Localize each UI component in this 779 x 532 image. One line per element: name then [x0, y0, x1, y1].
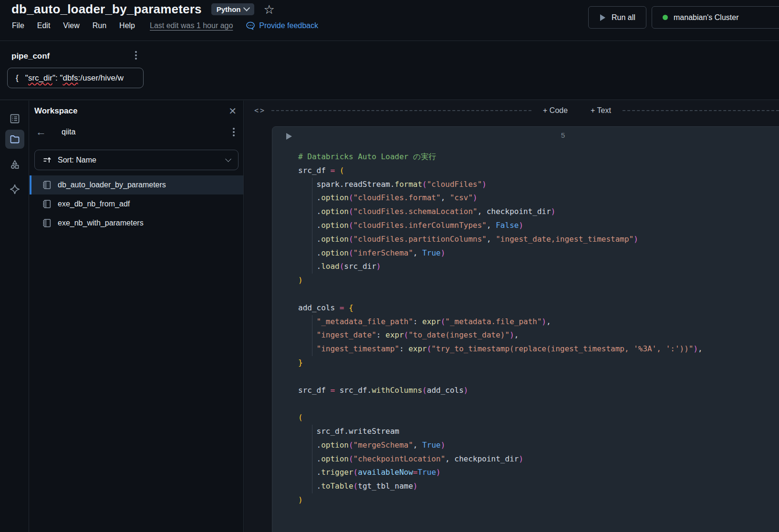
menu-view[interactable]: View [63, 21, 79, 30]
code-line: .option("cloudFiles.inferColumnTypes", F… [298, 219, 703, 233]
add-code-label: + Code [543, 106, 568, 115]
run-all-label: Run all [612, 13, 635, 22]
code-line: spark.readStream.format("cloudFiles") [298, 178, 703, 192]
feedback-bubble-icon [246, 21, 255, 31]
widgets-bar: pipe_conf { "src_dir": "dbfs:/user/hive/… [0, 41, 779, 100]
notebook-title: db_auto_loader_by_parameters [11, 2, 202, 17]
code-line [298, 287, 703, 301]
widget-value-segment: :/user/hive/w [78, 73, 124, 83]
file-name-label: db_auto_loader_by_parameters [58, 181, 166, 189]
play-icon [599, 14, 606, 21]
code-line: ) [298, 274, 703, 287]
code-editor-content[interactable]: # Databricks Auto Loader の実行src_df = ( s… [298, 150, 703, 507]
menu-help[interactable]: Help [119, 21, 135, 30]
widget-name-label: pipe_conf [11, 51, 50, 61]
run-cell-play-icon[interactable] [284, 132, 293, 141]
back-arrow-icon[interactable]: ← [36, 127, 46, 137]
assistant-sparkle-icon[interactable] [5, 180, 24, 199]
cluster-label: manabian's Cluster [674, 13, 738, 22]
language-label: Python [217, 5, 241, 13]
sort-dropdown[interactable]: Sort: Name [34, 150, 239, 170]
code-line: "ingest_date": expr("to_date(ingest_date… [298, 328, 703, 342]
code-line: ) [298, 493, 703, 507]
notebook-header: db_auto_loader_by_parameters Python ☆ Fi… [0, 0, 779, 41]
add-text-label: + Text [591, 106, 611, 115]
widget-value-segment: src_dir [28, 73, 52, 83]
cell-number: 5 [561, 131, 565, 139]
notebook-editor-area: <> + Code + Text 5 # Databricks Auto Loa… [244, 101, 779, 532]
code-line: .trigger(availableNow=True) [298, 466, 703, 480]
file-name-label: exe_nb_with_parameters [58, 219, 144, 227]
workflows-shapes-icon[interactable] [5, 155, 24, 174]
file-row[interactable]: exe_db_nb_from_adf [30, 194, 243, 214]
provide-feedback-link[interactable]: Provide feedback [246, 21, 318, 31]
cell-divider-dashes [271, 110, 531, 111]
main-content: Workspace ✕ ← qiita Sort: Name db_auto_l… [0, 101, 779, 532]
code-line: .option("cloudFiles.schemaLocation", che… [298, 205, 703, 219]
cluster-selector-button[interactable]: manabian's Cluster [652, 6, 779, 29]
table-of-contents-icon[interactable] [5, 109, 24, 128]
code-line: ( [298, 411, 703, 425]
code-line [298, 397, 703, 411]
add-text-cell-button[interactable]: + Text [591, 106, 611, 115]
current-folder-label: qiita [62, 128, 75, 136]
cell-divider-dashes [623, 110, 779, 111]
sort-label: Sort: Name [58, 156, 96, 164]
code-view-toggle-icon[interactable]: <> [254, 106, 266, 115]
language-selector[interactable]: Python [211, 3, 254, 15]
file-row[interactable]: db_auto_loader_by_parameters [30, 175, 243, 194]
code-line: add_cols = { [298, 301, 703, 315]
sort-icon [42, 155, 52, 165]
code-line: .option("cloudFiles.partitionColumns", "… [298, 233, 703, 246]
close-panel-icon[interactable]: ✕ [229, 106, 237, 116]
add-code-cell-button[interactable]: + Code [543, 106, 568, 115]
code-line: src_df = ( [298, 164, 703, 178]
widget-value-segment: ": " [52, 73, 63, 83]
workspace-browser-panel: Workspace ✕ ← qiita Sort: Name db_auto_l… [29, 101, 244, 532]
pipe-conf-input[interactable]: { "src_dir": "dbfs:/user/hive/w [7, 68, 144, 88]
workspace-folder-icon[interactable] [5, 130, 24, 149]
notebook-file-icon [42, 218, 52, 228]
widget-value-segment: { " [16, 73, 28, 83]
code-line: # Databricks Auto Loader の実行 [298, 150, 703, 164]
code-line [298, 370, 703, 384]
chevron-down-icon [225, 156, 231, 162]
code-line: } [298, 356, 703, 370]
widget-value-segment: dbfs [62, 73, 78, 83]
code-line: .option("cloudFiles.format", "csv") [298, 191, 703, 205]
code-line: src_df.writeStream [298, 425, 703, 439]
code-line: .option("mergeSchema", True) [298, 439, 703, 452]
menu-file[interactable]: File [12, 21, 24, 30]
code-line: .load(src_dir) [298, 260, 703, 274]
code-line: .toTable(tgt_tbl_name) [298, 480, 703, 493]
favorite-star-icon[interactable]: ☆ [264, 3, 275, 16]
feedback-label: Provide feedback [259, 21, 318, 30]
chevron-down-icon [243, 5, 249, 11]
folder-menu-kebab-icon[interactable] [231, 126, 237, 138]
code-line: src_df = src_df.withColumns(add_cols) [298, 384, 703, 398]
last-edit-status[interactable]: Last edit was 1 hour ago [150, 21, 233, 30]
workspace-panel-title: Workspace [34, 106, 77, 116]
code-line: .option("inferSchema", True) [298, 246, 703, 260]
run-all-button[interactable]: Run all [588, 6, 646, 29]
notebook-file-icon [42, 180, 52, 190]
widget-menu-kebab-icon[interactable] [133, 49, 139, 61]
file-row[interactable]: exe_nb_with_parameters [30, 214, 243, 233]
file-list: db_auto_loader_by_parametersexe_db_nb_fr… [30, 175, 243, 233]
menu-run[interactable]: Run [93, 21, 106, 30]
code-cell[interactable]: 5 # Databricks Auto Loader の実行src_df = (… [272, 126, 779, 532]
notebook-file-icon [42, 199, 52, 209]
code-line: "ingest_timestamp": expr("try_to_timesta… [298, 342, 703, 356]
code-line: "_metadata_file_path": expr("_metadata.f… [298, 315, 703, 329]
file-name-label: exe_db_nb_from_adf [58, 200, 130, 208]
left-icon-rail [0, 101, 29, 532]
code-line: .option("checkpointLocation", checkpoint… [298, 452, 703, 466]
cluster-status-icon [663, 15, 668, 20]
menu-edit[interactable]: Edit [37, 21, 51, 30]
